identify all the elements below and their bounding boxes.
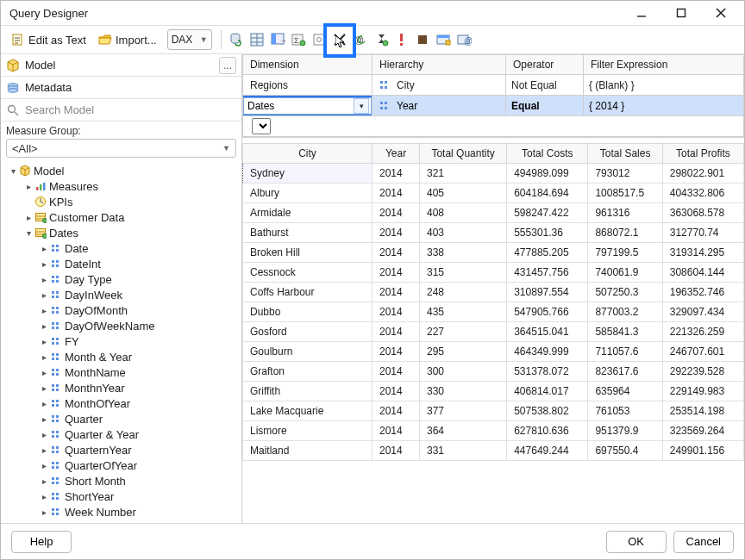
minimize-button[interactable] [622, 1, 661, 25]
expander-icon[interactable]: ▸ [39, 399, 49, 408]
table-row[interactable]: Albury2014405604184.6941008517.5404332.8… [243, 184, 744, 203]
tree-item[interactable]: ▸MonthnYear [3, 380, 241, 395]
expander-icon[interactable]: ▸ [39, 445, 49, 455]
cancel-button[interactable]: Cancel [673, 531, 734, 553]
help-button[interactable]: Help [11, 531, 72, 553]
model-tree[interactable]: ▾Model▸Measures•KPIs▸Customer Data▾Dates… [1, 161, 241, 523]
expander-icon[interactable]: ▾ [8, 166, 18, 176]
search-input[interactable]: Search Model [1, 99, 241, 121]
expander-icon[interactable]: ▸ [39, 476, 49, 486]
filter-row[interactable]: RegionsCityNot Equal{ (Blank) } [243, 75, 744, 96]
table-row[interactable]: Bathurst2014403555301.36868072.1312770.7… [243, 223, 744, 243]
exec-button[interactable] [392, 28, 411, 51]
tree-item[interactable]: ▸Day Type [3, 271, 241, 287]
table-row[interactable]: Sydney2014321494989.099793012298022.901 [243, 164, 744, 184]
metadata-panel-header[interactable]: Metadata [1, 77, 241, 99]
calc-member-button[interactable]: Σ [289, 28, 308, 51]
table-row[interactable]: Dubbo2014435547905.766877003.2329097.434 [243, 302, 744, 322]
tree-item[interactable]: ▸Date [3, 240, 241, 256]
filter-header-operator[interactable]: Operator [506, 55, 584, 75]
table-row[interactable]: Coffs Harbour2014248310897.554507250.319… [243, 283, 744, 302]
delete-button[interactable] [330, 28, 349, 51]
add-table-button[interactable] [247, 28, 266, 51]
table-row[interactable]: Grafton2014300531378.072823617.6292239.5… [243, 362, 744, 382]
tree-item[interactable]: ▸Customer Data [3, 209, 241, 225]
table-row[interactable]: Goulburn2014295464349.999711057.6246707.… [243, 342, 744, 362]
table-row[interactable]: Lismore2014364627810.636951379.9323569.2… [243, 421, 744, 441]
edit-as-text-button[interactable]: Edit as Text [6, 28, 91, 51]
table-row[interactable]: Lake Macquarie2014377507538.802761053253… [243, 401, 744, 421]
tree-item[interactable]: ▸QuarternYear [3, 442, 241, 457]
results-header-costs[interactable]: Total Costs [507, 144, 588, 164]
refresh-fields-button[interactable] [227, 28, 246, 51]
close-button[interactable] [701, 1, 741, 25]
cancel-exec-button[interactable] [413, 28, 432, 51]
tree-item[interactable]: ▸DayInWeek [3, 287, 241, 302]
expander-icon[interactable]: ▸ [39, 275, 49, 284]
results-grid[interactable]: City Year Total Quantity Total Costs Tot… [242, 143, 744, 523]
tree-item[interactable]: •KPIs [3, 194, 241, 209]
show-aggregations-button[interactable] [372, 28, 391, 51]
expander-icon[interactable]: ▸ [23, 182, 34, 191]
show-empty-cells-button[interactable] [310, 28, 329, 51]
tree-item[interactable]: ▸DateInt [3, 256, 241, 271]
filter-row-placeholder[interactable] [243, 116, 744, 137]
filter-header-dimension[interactable]: Dimension [243, 55, 372, 75]
tree-item[interactable]: ▸Month & Year [3, 349, 241, 364]
dimension-cell[interactable]: Dates▾ [243, 97, 372, 115]
expander-icon[interactable]: ▾ [23, 228, 34, 238]
filter-header-expression[interactable]: Filter Expression [584, 55, 744, 75]
results-header-city[interactable]: City [243, 144, 372, 164]
expander-icon[interactable]: ▸ [39, 259, 49, 269]
expander-icon[interactable]: ▸ [39, 321, 49, 331]
model-ellipsis-button[interactable]: ... [219, 57, 236, 74]
design-mode-button[interactable] [434, 28, 453, 51]
table-row[interactable]: Gosford2014227364515.041585841.3221326.2… [243, 322, 744, 342]
tree-item[interactable]: ▸Short Month [3, 473, 241, 488]
tree-item[interactable]: ▸MonthOfYear [3, 395, 241, 411]
results-header-profits[interactable]: Total Profits [662, 144, 743, 164]
expander-icon[interactable]: ▸ [39, 244, 49, 253]
ok-button[interactable]: OK [606, 531, 667, 553]
dimension-dropdown-button[interactable]: ▾ [354, 98, 369, 114]
expander-icon[interactable]: ▸ [39, 368, 49, 377]
auto-exec-button[interactable]: @ [351, 28, 370, 51]
expander-icon[interactable]: ▸ [39, 492, 49, 501]
tree-item[interactable]: ▸DayOfMonth [3, 302, 241, 318]
tree-item[interactable]: ▸Measures [3, 178, 241, 194]
expander-icon[interactable]: • [23, 197, 34, 207]
tree-item[interactable]: ▾Dates [3, 225, 241, 240]
expander-icon[interactable]: ▸ [39, 306, 49, 315]
results-header-year[interactable]: Year [372, 144, 420, 164]
results-header-sales[interactable]: Total Sales [588, 144, 662, 164]
tree-item[interactable]: ▸MonthName [3, 364, 241, 380]
results-header-quantity[interactable]: Total Quantity [420, 144, 507, 164]
table-row[interactable]: Broken Hill2014338477885.205797199.53193… [243, 243, 744, 263]
expander-icon[interactable]: ▸ [39, 352, 49, 362]
tree-item[interactable]: ▸FY [3, 333, 241, 349]
expander-icon[interactable]: ▸ [39, 290, 49, 300]
tree-item[interactable]: ▸Quarter & Year [3, 426, 241, 442]
table-row[interactable]: Griffith2014330406814.017635964229149.98… [243, 382, 744, 401]
tree-item[interactable]: ▸QuarterOfYear [3, 457, 241, 473]
expander-icon[interactable]: ▸ [39, 507, 49, 517]
measure-group-dropdown[interactable]: <All> ▼ [6, 139, 236, 158]
toggle-pane-button[interactable]: → [268, 28, 287, 51]
expander-icon[interactable]: ▸ [23, 213, 34, 222]
tree-item[interactable]: ▸DayOfWeekName [3, 318, 241, 333]
language-dropdown[interactable]: DAX ▼ [167, 29, 212, 50]
tree-item[interactable]: ▸Week Number [3, 504, 241, 520]
expander-icon[interactable]: ▸ [39, 383, 49, 393]
expander-icon[interactable]: ▸ [39, 414, 49, 424]
tree-item[interactable]: ▾Model [3, 163, 241, 178]
tree-item[interactable]: ▸ShortYear [3, 488, 241, 504]
parameters-button[interactable]: @ [454, 28, 473, 51]
expander-icon[interactable]: ▸ [39, 461, 49, 470]
expander-icon[interactable]: ▸ [39, 337, 49, 346]
import-button[interactable]: Import... [93, 28, 162, 51]
maximize-button[interactable] [661, 1, 701, 25]
filter-row[interactable]: Dates▾YearEqual{ 2014 } [243, 96, 744, 116]
expander-icon[interactable]: ▸ [39, 430, 49, 439]
table-row[interactable]: Cessnock2014315431457.756740061.9308604.… [243, 263, 744, 283]
table-row[interactable]: Armidale2014408598247.422961316363068.57… [243, 203, 744, 223]
